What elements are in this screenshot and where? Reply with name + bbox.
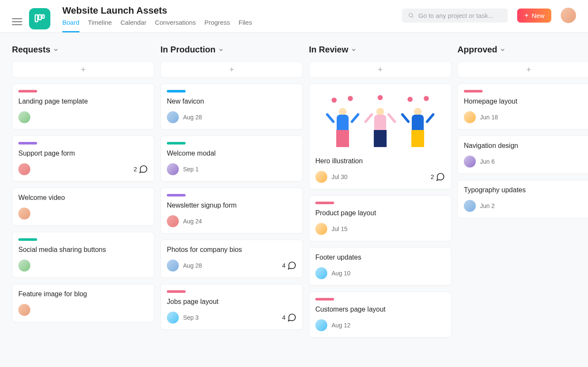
assignee-avatar[interactable]: [167, 312, 179, 324]
assignee-avatar[interactable]: [167, 163, 179, 175]
card-title: Typography updates: [464, 186, 588, 194]
plus-icon: [525, 66, 532, 73]
card[interactable]: Hero illustrationJul 302: [309, 84, 451, 189]
svg-point-3: [409, 13, 412, 17]
chevron-down-icon: [218, 47, 224, 53]
card[interactable]: Customers page layoutAug 12: [309, 292, 451, 338]
assignee-avatar[interactable]: [18, 163, 30, 175]
card[interactable]: Support page form2: [12, 136, 154, 182]
comment-icon: [287, 261, 297, 270]
assignee-avatar[interactable]: [18, 304, 30, 316]
card-comments[interactable]: 2: [134, 165, 148, 174]
card-title: Photos for company bios: [167, 246, 297, 254]
card-footer: Jun 18: [464, 111, 588, 123]
card-comments[interactable]: 4: [282, 261, 297, 270]
add-card-button[interactable]: [309, 61, 451, 78]
card[interactable]: Footer updatesAug 10: [309, 247, 451, 286]
card-title: Welcome modal: [167, 150, 297, 157]
comment-icon: [287, 313, 297, 322]
card-title: Welcome video: [18, 194, 148, 202]
user-avatar[interactable]: [561, 8, 576, 23]
card-date: Sep 3: [183, 314, 199, 321]
svg-line-4: [412, 17, 413, 18]
assignee-avatar[interactable]: [315, 319, 327, 331]
card-comments[interactable]: 4: [282, 313, 297, 322]
add-card-button[interactable]: [12, 61, 154, 78]
project-meta: Website Launch Assets BoardTimelineCalen…: [62, 5, 252, 32]
card[interactable]: Welcome modalSep 1: [160, 136, 303, 182]
column: In ReviewHero illustrationJul 302Product…: [309, 45, 451, 344]
comment-icon: [436, 172, 445, 182]
card-title: Feature image for blog: [18, 290, 148, 298]
new-button[interactable]: New: [517, 9, 551, 23]
card-title: Navigation design: [464, 142, 588, 150]
board: RequestsLanding page templateSupport pag…: [0, 33, 588, 355]
topbar-right: New: [402, 5, 576, 23]
card[interactable]: Photos for company biosAug 284: [160, 240, 303, 278]
card[interactable]: Welcome video: [12, 188, 154, 226]
project-icon[interactable]: [29, 8, 50, 29]
tab-progress[interactable]: Progress: [204, 19, 230, 32]
card-footer: Aug 28: [167, 111, 297, 123]
add-card-button[interactable]: [457, 61, 588, 78]
card-title: Hero illustration: [315, 157, 445, 165]
card[interactable]: Navigation designJun 6: [457, 136, 588, 174]
card-date: Jul 30: [332, 173, 347, 180]
assignee-avatar[interactable]: [167, 215, 179, 227]
column-header[interactable]: In Production: [160, 45, 303, 55]
card-tag: [464, 90, 483, 92]
chevron-down-icon: [500, 47, 506, 53]
assignee-avatar[interactable]: [18, 111, 30, 123]
add-card-button[interactable]: [160, 61, 303, 78]
card[interactable]: Newsletter signup formAug 24: [160, 188, 303, 234]
assignee-avatar[interactable]: [18, 208, 30, 220]
assignee-avatar[interactable]: [464, 156, 476, 168]
card[interactable]: New faviconAug 28: [160, 84, 303, 130]
card[interactable]: Homepage layoutJun 18: [457, 84, 588, 130]
tab-board[interactable]: Board: [62, 19, 79, 32]
assignee-avatar[interactable]: [167, 260, 179, 272]
card[interactable]: Typography updatesJun 2: [457, 180, 588, 218]
card-tag: [167, 194, 186, 197]
card-footer: Jun 6: [464, 156, 588, 168]
card-comments[interactable]: 2: [431, 172, 445, 182]
plus-icon: [377, 66, 384, 73]
card-title: Footer updates: [315, 254, 445, 261]
assignee-avatar[interactable]: [315, 267, 327, 279]
topbar-left: Website Launch Assets BoardTimelineCalen…: [12, 5, 252, 32]
search-box[interactable]: [402, 9, 508, 23]
card-footer: Jun 2: [464, 200, 588, 212]
menu-icon[interactable]: [12, 17, 22, 27]
card-date: Aug 24: [183, 218, 202, 225]
assignee-avatar[interactable]: [464, 111, 476, 123]
card[interactable]: Feature image for blog: [12, 284, 154, 322]
column: RequestsLanding page templateSupport pag…: [12, 45, 154, 344]
tab-conversations[interactable]: Conversations: [155, 19, 196, 32]
card-title: Landing page template: [18, 98, 148, 105]
plus-icon: [524, 13, 529, 18]
assignee-avatar[interactable]: [315, 223, 327, 235]
assignee-avatar[interactable]: [464, 200, 476, 212]
tab-timeline[interactable]: Timeline: [88, 19, 112, 32]
column-header[interactable]: Requests: [12, 45, 154, 55]
card[interactable]: Jobs page layoutSep 34: [160, 284, 303, 330]
search-input[interactable]: [418, 12, 502, 19]
assignee-avatar[interactable]: [167, 111, 179, 123]
card-footer: [18, 304, 148, 316]
card-footer: Aug 12: [315, 319, 445, 331]
column-header[interactable]: Approved: [457, 45, 588, 55]
card-footer: Aug 284: [167, 260, 297, 272]
tab-files[interactable]: Files: [239, 19, 252, 32]
assignee-avatar[interactable]: [315, 171, 327, 183]
card-footer: [18, 111, 148, 123]
assignee-avatar[interactable]: [18, 260, 30, 272]
card[interactable]: Product page layoutJul 15: [309, 195, 451, 241]
card-date: Aug 28: [183, 114, 202, 121]
card-footer: Jul 302: [315, 171, 445, 183]
card[interactable]: Social media sharing buttons: [12, 232, 154, 278]
column-header[interactable]: In Review: [309, 45, 451, 55]
card-title: Product page layout: [315, 209, 445, 217]
card[interactable]: Landing page template: [12, 84, 154, 130]
tab-calendar[interactable]: Calendar: [120, 19, 146, 32]
card-title: New favicon: [167, 98, 297, 105]
